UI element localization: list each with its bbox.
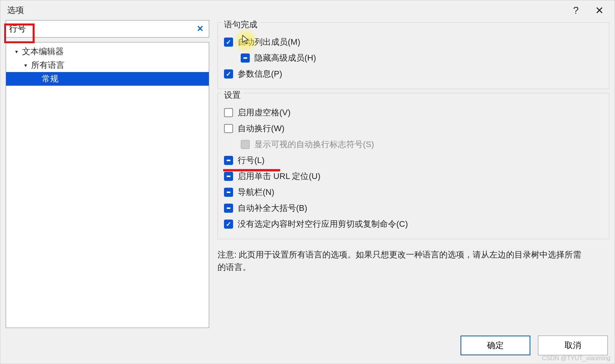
tree-item-general[interactable]: 常规 bbox=[6, 72, 209, 86]
checkbox-label: 参数信息(P) bbox=[238, 68, 282, 80]
checkbox-label: 启用虚空格(V) bbox=[238, 107, 290, 118]
tree-item-label: 文本编辑器 bbox=[22, 46, 64, 57]
dialog-content: ✕ ▾ 文本编辑器 ▾ 所有语言 常规 语句完成 bbox=[0, 20, 615, 329]
checkbox-hide-advanced-members[interactable]: 隐藏高级成员(H) bbox=[224, 50, 603, 66]
checkbox-label: 隐藏高级成员(H) bbox=[254, 52, 316, 64]
checkbox-icon bbox=[224, 124, 233, 133]
group-settings: 设置 启用虚空格(V) 自动换行(W) 显示可视的自动换行标志符号(S) bbox=[218, 93, 609, 239]
close-icon[interactable] bbox=[591, 3, 608, 18]
ok-button[interactable]: 确定 bbox=[460, 336, 530, 355]
checkbox-label: 没有选定内容时对空行应用剪切或复制命令(C) bbox=[238, 218, 408, 230]
clear-search-icon[interactable]: ✕ bbox=[194, 24, 206, 34]
tree-item-all-languages[interactable]: ▾ 所有语言 bbox=[6, 58, 209, 72]
checkbox-word-wrap[interactable]: 自动换行(W) bbox=[224, 121, 603, 136]
note-text: 注意: 此页用于设置所有语言的选项。如果只想更改一种语言的选项，请从左边的目录树… bbox=[218, 248, 590, 273]
checkbox-label: 行号(L) bbox=[238, 155, 265, 166]
checkbox-icon bbox=[224, 156, 233, 165]
group-title: 语句完成 bbox=[222, 19, 260, 30]
left-panel: ✕ ▾ 文本编辑器 ▾ 所有语言 常规 bbox=[6, 20, 209, 328]
checkbox-icon bbox=[224, 188, 233, 197]
checkbox-cut-copy-blank[interactable]: 没有选定内容时对空行应用剪切或复制命令(C) bbox=[224, 216, 603, 232]
expand-icon: ▾ bbox=[24, 62, 31, 68]
checkbox-navigation-bar[interactable]: 导航栏(N) bbox=[224, 184, 603, 200]
expand-icon: ▾ bbox=[15, 49, 22, 55]
checkbox-icon bbox=[224, 108, 233, 117]
nav-tree[interactable]: ▾ 文本编辑器 ▾ 所有语言 常规 bbox=[6, 42, 209, 328]
checkbox-virtual-space[interactable]: 启用虚空格(V) bbox=[224, 105, 603, 121]
help-icon[interactable]: ? bbox=[568, 3, 584, 18]
tree-item-text-editor[interactable]: ▾ 文本编辑器 bbox=[6, 45, 209, 58]
tree-item-label: 常规 bbox=[42, 73, 58, 85]
titlebar: 选项 ? bbox=[0, 0, 615, 20]
checkbox-auto-brace[interactable]: 自动补全大括号(B) bbox=[224, 200, 603, 216]
options-dialog: 选项 ? ✕ ▾ 文本编辑器 ▾ 所有语言 常规 bbox=[0, 0, 615, 364]
checkbox-icon bbox=[224, 220, 233, 229]
checkbox-icon bbox=[224, 69, 233, 78]
group-title: 设置 bbox=[222, 89, 243, 101]
search-box: ✕ bbox=[6, 20, 209, 38]
checkbox-icon bbox=[224, 38, 233, 47]
checkbox-auto-list-members[interactable]: 自动列出成员(M) bbox=[224, 34, 603, 50]
checkbox-icon bbox=[241, 140, 250, 149]
checkbox-icon bbox=[224, 204, 233, 213]
checkbox-parameter-info[interactable]: 参数信息(P) bbox=[224, 66, 603, 82]
checkbox-single-click-url[interactable]: 启用单击 URL 定位(U) bbox=[224, 168, 603, 184]
cancel-button[interactable]: 取消 bbox=[538, 336, 608, 355]
checkbox-show-glyphs: 显示可视的自动换行标志符号(S) bbox=[224, 136, 603, 152]
checkbox-label: 自动换行(W) bbox=[238, 123, 284, 134]
watermark: CSDN @TYUT_xiaoming bbox=[542, 355, 610, 362]
tree-item-label: 所有语言 bbox=[31, 60, 65, 71]
checkbox-label: 启用单击 URL 定位(U) bbox=[238, 171, 320, 182]
checkbox-label: 导航栏(N) bbox=[238, 187, 274, 198]
group-statement-completion: 语句完成 自动列出成员(M) 隐藏高级成员(H) 参数信息(P) bbox=[218, 22, 609, 89]
checkbox-icon bbox=[241, 53, 250, 63]
search-input[interactable] bbox=[9, 24, 192, 34]
checkbox-line-numbers[interactable]: 行号(L) bbox=[224, 152, 603, 168]
checkbox-label: 显示可视的自动换行标志符号(S) bbox=[254, 139, 374, 150]
dialog-footer: 确定 取消 bbox=[0, 329, 615, 364]
checkbox-label: 自动列出成员(M) bbox=[238, 36, 300, 48]
right-panel: 语句完成 自动列出成员(M) 隐藏高级成员(H) 参数信息(P) bbox=[218, 20, 609, 328]
dialog-title: 选项 bbox=[7, 5, 561, 16]
checkbox-label: 自动补全大括号(B) bbox=[238, 202, 307, 214]
checkbox-icon bbox=[224, 172, 233, 181]
